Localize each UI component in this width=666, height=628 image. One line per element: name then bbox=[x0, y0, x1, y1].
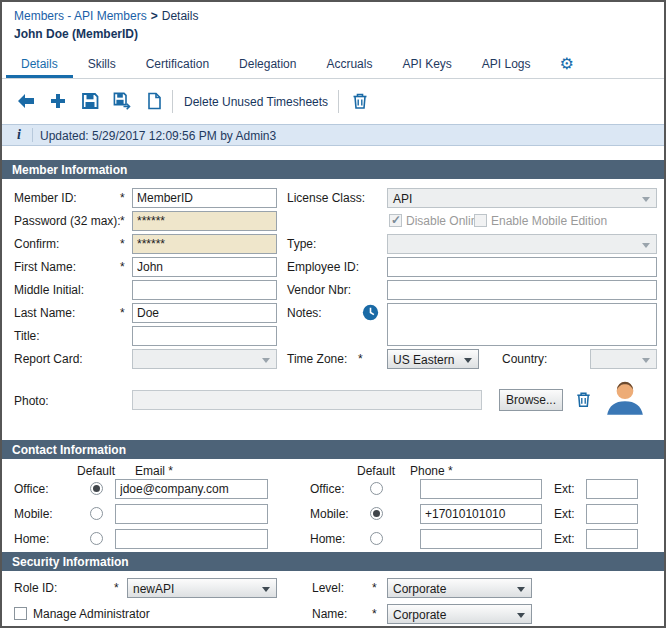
tab-bar: Details Skills Certification Delegation … bbox=[2, 48, 664, 79]
license-class-select: API bbox=[387, 188, 657, 208]
role-id-required: * bbox=[114, 581, 119, 595]
role-id-select[interactable]: newAPI bbox=[127, 578, 277, 598]
toolbar-separator bbox=[172, 90, 173, 113]
time-zone-label: Time Zone: bbox=[287, 352, 347, 366]
phone-mobile-label: Mobile: bbox=[310, 507, 349, 521]
add-icon[interactable] bbox=[48, 91, 68, 111]
status-bar-divider bbox=[32, 128, 33, 142]
middle-initial-input[interactable] bbox=[132, 280, 277, 300]
phone-office-ext-input[interactable] bbox=[586, 479, 638, 499]
title-label: Title: bbox=[14, 329, 40, 343]
first-name-label: First Name: bbox=[14, 260, 76, 274]
disable-online-label: Disable Online bbox=[406, 214, 484, 228]
password-required: * bbox=[120, 214, 125, 228]
email-home-default-radio[interactable] bbox=[90, 532, 103, 545]
email-column-required: * bbox=[168, 464, 173, 478]
email-office-input[interactable] bbox=[115, 479, 268, 499]
phone-mobile-ext-input[interactable] bbox=[586, 504, 638, 524]
phone-home-input[interactable] bbox=[420, 529, 542, 549]
photo-delete-trash-icon[interactable] bbox=[574, 390, 593, 409]
notes-textarea[interactable] bbox=[387, 303, 657, 346]
time-zone-select[interactable]: US Eastern bbox=[387, 349, 479, 369]
name-select[interactable]: Corporate bbox=[387, 604, 532, 624]
level-select[interactable]: Corporate bbox=[387, 578, 532, 598]
save-icon[interactable] bbox=[80, 91, 100, 111]
member-id-required: * bbox=[120, 191, 125, 205]
report-card-label: Report Card: bbox=[14, 352, 83, 366]
phone-column-required: * bbox=[448, 464, 453, 478]
info-icon: i bbox=[17, 127, 21, 143]
title-input[interactable] bbox=[132, 326, 277, 346]
email-office-default-radio[interactable] bbox=[90, 482, 103, 495]
manage-administrator-checkbox[interactable] bbox=[14, 607, 27, 620]
phone-home-default-radio[interactable] bbox=[370, 532, 383, 545]
tab-details[interactable]: Details bbox=[6, 48, 73, 78]
disable-online-checkbox bbox=[389, 214, 402, 227]
tab-accruals[interactable]: Accruals bbox=[311, 48, 387, 78]
delete-unused-timesheets-button[interactable]: Delete Unused Timesheets bbox=[184, 95, 328, 109]
phone-home-label: Home: bbox=[310, 532, 345, 546]
back-icon[interactable] bbox=[16, 91, 36, 111]
phone-column-header-text: Phone bbox=[410, 464, 445, 478]
confirm-label: Confirm: bbox=[14, 237, 59, 251]
phone-home-ext-label: Ext: bbox=[554, 532, 575, 546]
name-required: * bbox=[372, 607, 377, 621]
breadcrumb-link-members[interactable]: Members - API Members bbox=[14, 9, 147, 23]
notes-history-clock-icon[interactable] bbox=[362, 304, 379, 321]
level-label: Level: bbox=[312, 581, 344, 595]
password-label: Password (32 max): bbox=[14, 214, 121, 228]
updated-status-text: Updated: 5/29/2017 12:09:56 PM by Admin3 bbox=[40, 129, 276, 143]
phone-mobile-input[interactable] bbox=[420, 504, 542, 524]
tab-settings-gear-icon[interactable]: ⚙ bbox=[546, 48, 588, 78]
phone-office-label: Office: bbox=[310, 482, 344, 496]
contact-information-header: Contact Information bbox=[2, 440, 664, 459]
delete-trash-icon[interactable] bbox=[350, 91, 370, 111]
phone-office-ext-label: Ext: bbox=[554, 482, 575, 496]
email-column-header-text: Email bbox=[135, 464, 165, 478]
confirm-password-input[interactable] bbox=[132, 234, 277, 254]
report-card-select bbox=[132, 349, 277, 369]
first-name-input[interactable] bbox=[132, 257, 277, 277]
breadcrumb-separator: > bbox=[151, 9, 158, 23]
photo-browse-button[interactable]: Browse... bbox=[499, 389, 563, 411]
email-home-input[interactable] bbox=[115, 529, 268, 549]
tab-delegation[interactable]: Delegation bbox=[224, 48, 311, 78]
last-name-required: * bbox=[120, 306, 125, 320]
phone-column-header: Phone * bbox=[410, 464, 453, 478]
phone-office-default-radio[interactable] bbox=[370, 482, 383, 495]
manage-administrator-label: Manage Administrator bbox=[33, 607, 150, 621]
phone-mobile-ext-label: Ext: bbox=[554, 507, 575, 521]
license-class-label: License Class: bbox=[287, 191, 365, 205]
status-bar: i Updated: 5/29/2017 12:09:56 PM by Admi… bbox=[2, 124, 664, 146]
notes-label: Notes: bbox=[287, 306, 322, 320]
phone-home-ext-input[interactable] bbox=[586, 529, 638, 549]
phone-mobile-default-radio[interactable] bbox=[370, 507, 383, 520]
last-name-label: Last Name: bbox=[14, 306, 75, 320]
email-column-header: Email * bbox=[135, 464, 173, 478]
vendor-nbr-input[interactable] bbox=[387, 280, 657, 300]
password-input[interactable] bbox=[132, 211, 277, 231]
email-mobile-input[interactable] bbox=[115, 504, 268, 524]
photo-path-input bbox=[132, 390, 482, 410]
tab-skills[interactable]: Skills bbox=[73, 48, 131, 78]
name-label: Name: bbox=[312, 607, 347, 621]
email-default-column-header: Default bbox=[72, 464, 120, 478]
copy-document-icon[interactable] bbox=[144, 91, 164, 111]
breadcrumb: Members - API Members>Details bbox=[14, 9, 198, 23]
employee-id-input[interactable] bbox=[387, 257, 657, 277]
tab-certification[interactable]: Certification bbox=[131, 48, 224, 78]
page-title: John Doe (MemberID) bbox=[14, 27, 138, 41]
member-id-input[interactable] bbox=[132, 188, 277, 208]
email-mobile-default-radio[interactable] bbox=[90, 507, 103, 520]
phone-office-input[interactable] bbox=[420, 479, 542, 499]
tab-api-logs[interactable]: API Logs bbox=[467, 48, 546, 78]
email-home-label: Home: bbox=[14, 532, 49, 546]
save-and-close-icon[interactable] bbox=[112, 91, 132, 111]
member-details-window: Members - API Members>Details John Doe (… bbox=[0, 0, 666, 628]
first-name-required: * bbox=[120, 260, 125, 274]
enable-mobile-edition-label: Enable Mobile Edition bbox=[491, 214, 607, 228]
last-name-input[interactable] bbox=[132, 303, 277, 323]
tab-api-keys[interactable]: API Keys bbox=[387, 48, 466, 78]
level-required: * bbox=[372, 581, 377, 595]
confirm-required: * bbox=[120, 237, 125, 251]
